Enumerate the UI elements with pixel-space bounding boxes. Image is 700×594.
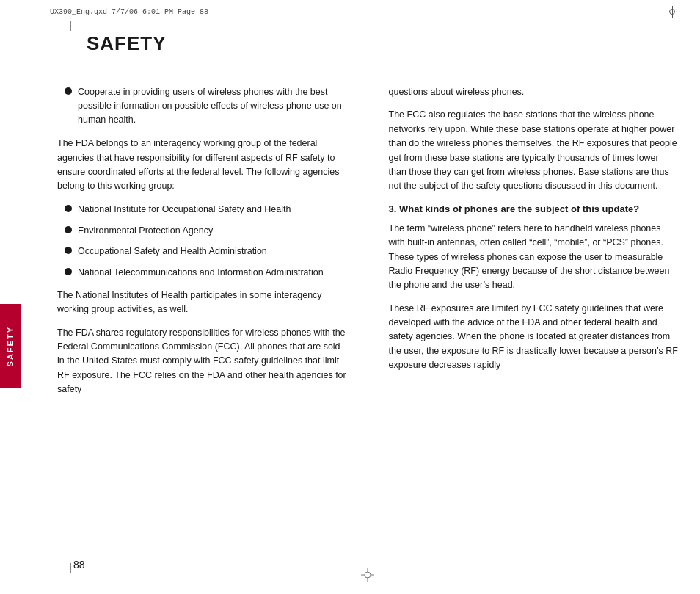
bullet-dot bbox=[65, 247, 72, 254]
working-group-item-2: Environmental Protection Agency bbox=[65, 224, 347, 238]
right-column-inner: questions about wireless phones. The FCC… bbox=[389, 85, 679, 373]
working-group-item-1: National Institute for Occupational Safe… bbox=[65, 203, 347, 217]
left-paragraph-2: The National Institutes of Health partic… bbox=[57, 289, 347, 317]
right-paragraph-3: The term “wireless phone” refers here to… bbox=[389, 222, 679, 293]
crosshair-icon bbox=[666, 6, 678, 18]
crosshair-container bbox=[666, 6, 678, 18]
bullet-dot bbox=[65, 226, 72, 233]
left-paragraph-3: The FDA shares regulatory responsibiliti… bbox=[57, 326, 347, 397]
right-paragraph-2: The FCC also regulates the base stations… bbox=[389, 108, 679, 193]
bullet-dot bbox=[65, 205, 72, 212]
left-column: Cooperate in providing users of wireless… bbox=[50, 41, 347, 405]
safety-sidebar-tab: SAFETY bbox=[0, 304, 21, 388]
right-column: questions about wireless phones. The FCC… bbox=[389, 41, 679, 405]
trim-mark-top-left bbox=[70, 21, 81, 31]
crosshair-circle bbox=[669, 9, 675, 15]
left-sidebar: SAFETY bbox=[0, 0, 35, 594]
bottom-crosshair-icon bbox=[361, 568, 374, 584]
right-paragraph-1: questions about wireless phones. bbox=[389, 85, 679, 99]
main-content: UX390_Eng.qxd 7/7/06 6:01 PM Page 88 SAF… bbox=[35, 0, 700, 594]
printer-header: UX390_Eng.qxd 7/7/06 6:01 PM Page 88 bbox=[50, 6, 678, 18]
wg-item-label-2: Environmental Protection Agency bbox=[78, 224, 213, 238]
svg-point-2 bbox=[365, 572, 371, 578]
working-group-item-4: National Telecommunications and Informat… bbox=[65, 266, 347, 280]
two-column-layout: Cooperate in providing users of wireless… bbox=[50, 41, 678, 405]
left-paragraph-1: The FDA belongs to an interagency workin… bbox=[57, 137, 347, 194]
wg-item-label-4: National Telecommunications and Informat… bbox=[78, 266, 324, 280]
column-divider bbox=[368, 41, 368, 405]
intro-bullet-text: Cooperate in providing users of wireless… bbox=[78, 85, 347, 126]
page-container: SAFETY UX390_Eng.qxd 7/7/06 6:01 PM Page… bbox=[0, 0, 700, 594]
wg-item-label-3: Occupational Safety and Health Administr… bbox=[78, 245, 267, 258]
page-number: 88 bbox=[73, 559, 85, 571]
right-paragraph-4: These RF exposures are limited by FCC sa… bbox=[389, 302, 679, 373]
trim-mark-top-right bbox=[669, 21, 679, 31]
bullet-dot bbox=[65, 87, 72, 95]
working-group-item-3: Occupational Safety and Health Administr… bbox=[65, 245, 347, 258]
sidebar-safety-label: SAFETY bbox=[6, 326, 15, 366]
printer-header-text: UX390_Eng.qxd 7/7/06 6:01 PM Page 88 bbox=[50, 8, 208, 16]
bullet-dot bbox=[65, 268, 72, 275]
page-title: SAFETY bbox=[87, 32, 167, 55]
wg-item-label-1: National Institute for Occupational Safe… bbox=[78, 203, 291, 217]
intro-bullet-item: Cooperate in providing users of wireless… bbox=[65, 85, 347, 126]
trim-mark-bottom-right bbox=[669, 563, 679, 573]
left-column-inner: Cooperate in providing users of wireless… bbox=[57, 85, 347, 396]
section-heading-3: 3. What kinds of phones are the subject … bbox=[389, 203, 679, 216]
